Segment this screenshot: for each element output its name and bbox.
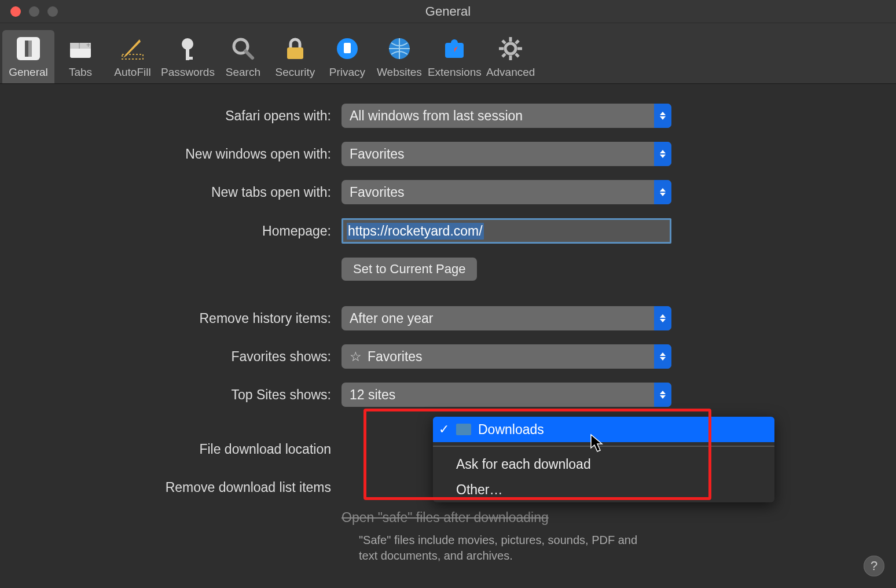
- tab-general[interactable]: General: [2, 30, 54, 83]
- topsites-shows-select[interactable]: 12 sites: [341, 383, 671, 407]
- websites-icon: [385, 32, 413, 65]
- remove-history-select[interactable]: After one year: [341, 306, 671, 330]
- titlebar: General: [0, 0, 896, 23]
- svg-line-24: [502, 41, 505, 43]
- select-value: After one year: [350, 311, 433, 326]
- tab-label: Privacy: [329, 66, 365, 79]
- preferences-toolbar: General + Tabs AutoFill Passwords Search…: [0, 23, 896, 84]
- label-remove-history: Remove history items:: [93, 311, 341, 326]
- svg-rect-10: [186, 57, 193, 60]
- check-icon: ✓: [439, 422, 449, 437]
- tab-label: Passwords: [161, 66, 215, 79]
- chevron-updown-icon: [654, 142, 671, 166]
- label-new-windows: New windows open with:: [93, 146, 341, 162]
- tab-label: Advanced: [486, 66, 535, 79]
- window-title: General: [0, 4, 896, 19]
- chevron-updown-icon: [654, 104, 671, 128]
- svg-line-12: [245, 51, 252, 58]
- label-safari-opens-with: Safari opens with:: [93, 108, 341, 124]
- homepage-field[interactable]: https://rocketyard.com/: [341, 218, 671, 244]
- svg-point-19: [505, 43, 516, 54]
- label-remove-downloads: Remove download list items: [93, 480, 341, 495]
- select-value: Favorites: [350, 146, 405, 162]
- svg-text:+: +: [86, 41, 90, 49]
- select-value: 12 sites: [350, 387, 395, 403]
- homepage-value: https://rocketyard.com/: [347, 223, 484, 240]
- privacy-icon: [333, 32, 361, 65]
- favorites-shows-select[interactable]: ☆ Favorites: [341, 344, 671, 369]
- tab-label: Search: [226, 66, 260, 79]
- svg-rect-2: [25, 41, 28, 57]
- label-favorites-shows: Favorites shows:: [93, 349, 341, 365]
- extensions-icon: [440, 32, 468, 65]
- tab-label: General: [9, 66, 48, 79]
- chevron-updown-icon: [654, 383, 671, 407]
- tab-websites[interactable]: Websites: [373, 30, 425, 83]
- tab-label: Security: [276, 66, 315, 79]
- tab-search[interactable]: Search: [217, 30, 269, 83]
- svg-line-27: [502, 54, 505, 57]
- label-homepage: Homepage:: [93, 223, 341, 239]
- menu-separator: [433, 446, 774, 451]
- tab-extensions[interactable]: Extensions: [425, 30, 484, 83]
- download-location-popup: ✓ Downloads Ask for each download Other…: [433, 417, 774, 502]
- tab-privacy[interactable]: Privacy: [321, 30, 373, 83]
- svg-line-25: [516, 54, 519, 57]
- safe-files-note: "Safe" files include movies, pictures, s…: [359, 532, 654, 564]
- tab-security[interactable]: Security: [269, 30, 321, 83]
- tab-label: Tabs: [69, 66, 92, 79]
- tabs-icon: +: [67, 32, 94, 65]
- search-icon: [229, 32, 257, 65]
- star-icon: ☆: [350, 349, 362, 365]
- label-topsites-shows: Top Sites shows:: [93, 387, 341, 403]
- menu-item-label: Downloads: [478, 422, 544, 438]
- select-value: Favorites: [350, 185, 405, 200]
- tab-label: Websites: [377, 66, 422, 79]
- menu-item-label: Other…: [456, 482, 503, 498]
- tab-autofill[interactable]: AutoFill: [107, 30, 159, 83]
- select-value: Favorites: [368, 349, 423, 365]
- gear-icon: [497, 32, 524, 65]
- open-safe-files-checkbox-label: Open "safe" files after downloading: [341, 510, 671, 525]
- tab-passwords[interactable]: Passwords: [159, 30, 217, 83]
- menu-item-downloads[interactable]: ✓ Downloads: [433, 417, 774, 442]
- menu-item-ask-each[interactable]: Ask for each download: [433, 451, 774, 477]
- tab-tabs[interactable]: + Tabs: [54, 30, 107, 83]
- general-icon: [14, 32, 42, 65]
- security-icon: [281, 32, 309, 65]
- folder-icon: [456, 424, 471, 435]
- passwords-icon: [174, 32, 201, 65]
- help-button[interactable]: ?: [864, 556, 884, 576]
- svg-line-26: [516, 41, 519, 43]
- chevron-updown-icon: [654, 344, 671, 369]
- menu-item-other[interactable]: Other…: [433, 477, 774, 502]
- tab-label: AutoFill: [114, 66, 150, 79]
- safari-opens-with-select[interactable]: All windows from last session: [341, 104, 671, 128]
- tab-advanced[interactable]: Advanced: [484, 30, 538, 83]
- svg-rect-15: [344, 43, 351, 53]
- svg-point-18: [451, 39, 458, 46]
- chevron-updown-icon: [654, 180, 671, 204]
- set-to-current-page-button[interactable]: Set to Current Page: [341, 258, 477, 281]
- chevron-updown-icon: [654, 306, 671, 330]
- svg-rect-13: [287, 47, 303, 59]
- select-value: All windows from last session: [350, 108, 523, 124]
- menu-item-label: Ask for each download: [456, 457, 591, 472]
- label-download-location: File download location: [93, 442, 341, 457]
- autofill-icon: [119, 32, 146, 65]
- label-new-tabs: New tabs open with:: [93, 185, 341, 200]
- new-tabs-select[interactable]: Favorites: [341, 180, 671, 204]
- new-windows-select[interactable]: Favorites: [341, 142, 671, 166]
- tab-label: Extensions: [428, 66, 482, 79]
